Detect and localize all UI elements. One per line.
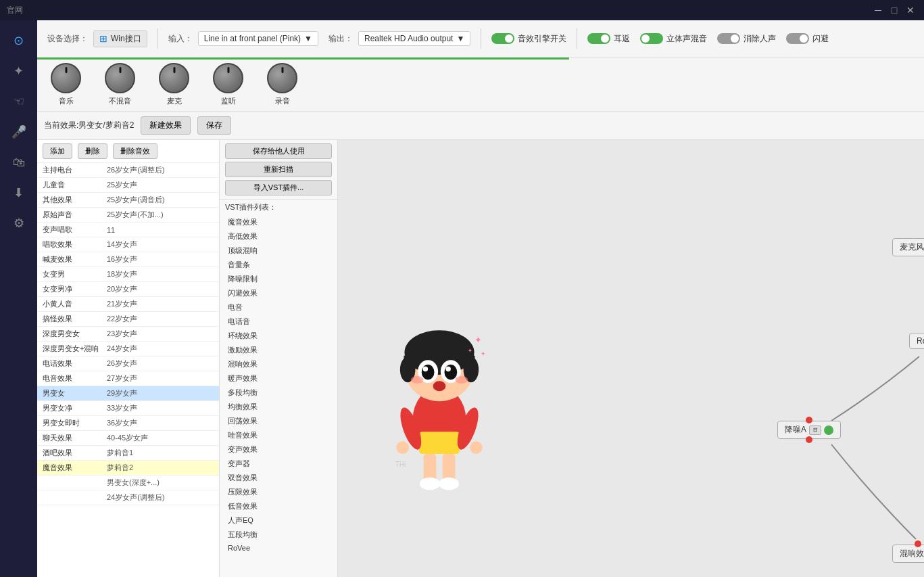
rovee-node: RoVee ⊟: [909, 333, 924, 349]
plugin-item[interactable]: 环绕效果: [220, 329, 337, 343]
save-for-others-button[interactable]: 保存给他人使用: [225, 143, 332, 159]
main-area: 设备选择： ⊞ Win接口 输入： Line in at front panel…: [37, 20, 924, 577]
effect-row[interactable]: 男变女(深度+...): [37, 476, 219, 490]
effect-row[interactable]: 搞怪效果22岁女声: [37, 312, 219, 327]
effect-row[interactable]: 女变男净20岁女声: [37, 282, 219, 297]
effect-row[interactable]: 女变男18岁女声: [37, 267, 219, 282]
denoise-a-settings[interactable]: ⊟: [809, 425, 821, 435]
effect-row[interactable]: 聊天效果40-45岁女声: [37, 431, 219, 446]
sidebar-icon-home[interactable]: ⊙: [5, 27, 32, 54]
sidebar-icon-bag[interactable]: 🛍: [5, 149, 32, 176]
effect-engine-toggle-row: 音效引擎开关: [491, 33, 566, 45]
plugin-item[interactable]: 混响效果: [220, 357, 337, 371]
plugin-item[interactable]: 电音: [220, 300, 337, 315]
plugin-item[interactable]: 闪避效果: [220, 286, 337, 300]
rescan-button[interactable]: 重新扫描: [225, 162, 332, 177]
effect-row[interactable]: 小黄人音21岁女声: [37, 297, 219, 312]
sidebar-icon-download[interactable]: ⬇: [5, 179, 32, 206]
plugin-item[interactable]: 双音效果: [220, 471, 337, 485]
svg-text:✦: ✦: [468, 348, 472, 354]
sidebar-icon-settings[interactable]: ⚙: [5, 210, 32, 237]
maximize-button[interactable]: □: [887, 3, 901, 17]
effect-row[interactable]: 深度男变女+混响24岁女声: [37, 342, 219, 356]
save-button[interactable]: 保存: [197, 116, 231, 135]
knob-monitor-control[interactable]: [213, 63, 243, 93]
effect-row[interactable]: 深度男变女23岁女声: [37, 327, 219, 342]
effect-row[interactable]: 24岁女声(调整后): [37, 490, 219, 505]
effect-row[interactable]: 魔音效果萝莉音2: [37, 461, 219, 476]
plugin-item[interactable]: 激励效果: [220, 343, 337, 357]
input-label: 输入：: [168, 33, 193, 45]
effect-row[interactable]: 酒吧效果萝莉音1: [37, 446, 219, 461]
delete-audio-button[interactable]: 删除音效: [113, 143, 157, 159]
effect-row[interactable]: 唱歌效果14岁女声: [37, 237, 219, 252]
official-site-link[interactable]: 官网: [7, 5, 23, 16]
output-select[interactable]: Realtek HD Audio output ▼: [358, 31, 470, 46]
device-select[interactable]: ⊞ Win接口: [93, 30, 147, 47]
dodge-toggle[interactable]: [786, 33, 809, 44]
input-select[interactable]: Line in at front panel (Pink) ▼: [198, 31, 318, 46]
close-button[interactable]: ✕: [904, 3, 917, 17]
effect-row[interactable]: 电音效果27岁女声: [37, 371, 219, 386]
earback-toggle[interactable]: [587, 33, 610, 44]
minimize-button[interactable]: ─: [871, 3, 885, 17]
knob-music-label: 音乐: [59, 96, 74, 106]
sidebar-icon-mic[interactable]: 🎤: [5, 118, 32, 145]
denoise-row: 消除人声: [717, 33, 776, 45]
svg-point-23: [420, 478, 440, 490]
plugin-item[interactable]: 顶级混响: [220, 244, 337, 258]
effect-engine-toggle[interactable]: [491, 33, 514, 44]
knob-record-control[interactable]: [267, 63, 297, 93]
plugin-item[interactable]: 魔音效果: [220, 215, 337, 229]
plugin-item[interactable]: 低音效果: [220, 499, 337, 513]
new-effect-button[interactable]: 新建效果: [141, 116, 191, 135]
knob-mic-control[interactable]: [159, 63, 189, 93]
plugin-item[interactable]: 压限效果: [220, 485, 337, 499]
effect-row[interactable]: 其他效果25岁女声(调音后): [37, 193, 219, 208]
dodge-label: 闪避: [812, 33, 829, 45]
effect-row[interactable]: 男变女净33岁女声: [37, 401, 219, 416]
effect-row[interactable]: 喊麦效果16岁女声: [37, 252, 219, 267]
effect-row[interactable]: 儿童音25岁女声: [37, 178, 219, 193]
delete-effect-button[interactable]: 删除: [78, 143, 107, 159]
plugin-item[interactable]: 电话音: [220, 315, 337, 329]
mix-node-box[interactable]: 混响效果 ⊟: [892, 545, 924, 563]
effect-row[interactable]: 变声唱歌11: [37, 223, 219, 237]
effect-row[interactable]: 男变女即时36岁女声: [37, 416, 219, 431]
stereo-toggle[interactable]: [640, 33, 663, 44]
plugin-item[interactable]: 高低效果: [220, 229, 337, 244]
plugin-item[interactable]: 多段均衡: [220, 386, 337, 400]
svg-point-12: [423, 367, 429, 372]
sidebar-icon-hand[interactable]: ☜: [5, 88, 32, 115]
mic-node-box[interactable]: 麦克风声音 ⊟: [892, 238, 924, 256]
knob-nomix-control[interactable]: [105, 63, 135, 93]
knob-music-control[interactable]: [51, 63, 81, 93]
effect-row[interactable]: 男变女29岁女声: [37, 386, 219, 401]
import-vst-button[interactable]: 导入VST插件...: [225, 180, 332, 195]
mix-node: 混响效果 ⊟: [892, 545, 924, 563]
svg-point-24: [439, 478, 459, 490]
plugin-item[interactable]: 音量条: [220, 258, 337, 272]
plugin-item[interactable]: 人声EQ: [220, 513, 337, 528]
effect-name: 搞怪效果: [43, 314, 107, 324]
plugin-item[interactable]: 变声效果: [220, 442, 337, 457]
plugin-item[interactable]: 降噪限制: [220, 272, 337, 286]
plugin-item[interactable]: RoVee: [220, 542, 337, 554]
plugin-item[interactable]: 回荡效果: [220, 414, 337, 428]
denoise-toggle[interactable]: [717, 33, 740, 44]
plugin-item[interactable]: 哇音效果: [220, 428, 337, 442]
effect-row[interactable]: 原始声音25岁女声(不加...): [37, 208, 219, 223]
svg-text:THi: THi: [395, 461, 406, 468]
plugin-item[interactable]: 变声器: [220, 457, 337, 471]
effect-row[interactable]: 主持电台26岁女声(调整后): [37, 163, 219, 178]
sidebar-icon-star[interactable]: ✦: [5, 57, 32, 85]
effect-row[interactable]: 电话效果26岁女声: [37, 356, 219, 371]
rovee-node-box[interactable]: RoVee ⊟: [909, 333, 924, 349]
mix-input-left-dot: [915, 540, 921, 547]
denoise-a-toggle[interactable]: [824, 425, 833, 435]
plugin-item[interactable]: 五段均衡: [220, 528, 337, 542]
plugin-item[interactable]: 均衡效果: [220, 400, 337, 414]
add-effect-button[interactable]: 添加: [43, 143, 72, 159]
plugin-item[interactable]: 暖声效果: [220, 371, 337, 386]
svg-point-20: [470, 441, 483, 454]
